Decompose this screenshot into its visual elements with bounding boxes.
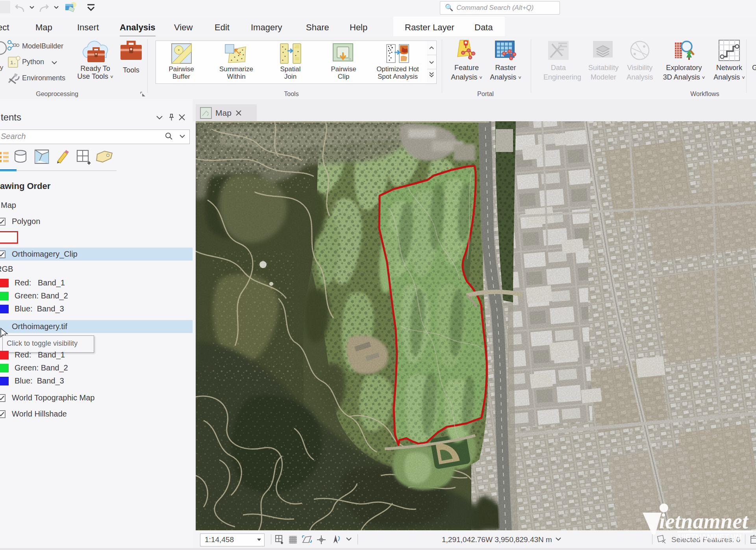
svg-text:ietnamnet: ietnamnet bbox=[659, 509, 749, 533]
svg-text:VIETNAMNET.VN: VIETNAMNET.VN bbox=[678, 533, 741, 541]
svg-text:i.: i. bbox=[10, 60, 17, 66]
